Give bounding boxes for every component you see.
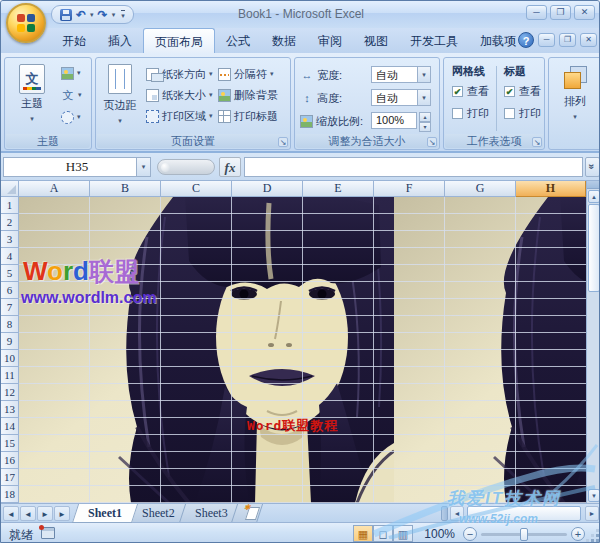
delete-background-button[interactable]: 删除背景 — [218, 86, 278, 104]
close-button[interactable]: ✕ — [574, 5, 595, 20]
horizontal-scrollbar[interactable]: ◄ ► — [441, 506, 600, 521]
expand-formula-bar-button[interactable]: » — [585, 157, 600, 177]
column-header[interactable]: B — [90, 181, 161, 197]
vertical-split-handle[interactable] — [587, 181, 600, 189]
column-header-selected[interactable]: H — [516, 181, 586, 197]
checkbox-unchecked-icon[interactable] — [452, 108, 463, 119]
scale-spinner[interactable]: ▴ ▾ — [419, 112, 431, 129]
select-all-corner[interactable] — [1, 181, 19, 197]
tab-formulas[interactable]: 公式 — [215, 28, 261, 53]
tab-developer[interactable]: 开发工具 — [399, 28, 469, 53]
row-header[interactable]: 17 — [1, 469, 19, 486]
row-header[interactable]: 3 — [1, 231, 19, 248]
row-header[interactable]: 14 — [1, 418, 19, 435]
vertical-scrollbar[interactable]: ▲ ▼ — [586, 181, 600, 503]
row-header[interactable]: 16 — [1, 452, 19, 469]
scroll-up-icon[interactable]: ▲ — [588, 190, 600, 203]
arrange-button[interactable]: 排列 ▾ — [553, 61, 597, 121]
column-header[interactable]: C — [161, 181, 232, 197]
restore-button[interactable]: ❐ — [550, 5, 571, 20]
column-header[interactable]: E — [303, 181, 374, 197]
row-header[interactable]: 11 — [1, 367, 19, 384]
zoom-slider-thumb[interactable] — [520, 528, 528, 541]
headings-print-checkbox[interactable]: 打印 — [504, 106, 541, 121]
row-header[interactable]: 7 — [1, 299, 19, 316]
page-setup-dialog-launcher-icon[interactable]: ↘ — [278, 137, 288, 147]
tab-review[interactable]: 审阅 — [307, 28, 353, 53]
zoom-level-label[interactable]: 100% — [417, 527, 455, 541]
name-box[interactable]: H35 ▾ — [3, 157, 151, 177]
tab-page-layout[interactable]: 页面布局 — [143, 28, 215, 53]
sheet-tab-sheet1[interactable]: Sheet1 — [72, 504, 138, 523]
insert-worksheet-button[interactable] — [231, 504, 263, 523]
view-page-layout-icon[interactable]: ◻ — [373, 525, 393, 542]
resize-grip[interactable] — [587, 530, 599, 542]
theme-effects-button[interactable]: ▾ — [61, 108, 81, 126]
sheet-options-dialog-launcher-icon[interactable]: ↘ — [532, 137, 542, 147]
width-combobox[interactable]: 自动▾ — [371, 66, 431, 83]
tab-data[interactable]: 数据 — [261, 28, 307, 53]
row-header[interactable]: 2 — [1, 214, 19, 231]
breaks-button[interactable]: 分隔符▾ — [218, 65, 274, 83]
column-header[interactable]: A — [19, 181, 90, 197]
theme-fonts-button[interactable]: 文▾ — [61, 86, 82, 104]
row-header[interactable]: 6 — [1, 282, 19, 299]
view-page-break-icon[interactable]: ▥ — [393, 525, 413, 542]
scale-dialog-launcher-icon[interactable]: ↘ — [427, 137, 437, 147]
print-titles-button[interactable]: 打印标题 — [218, 107, 278, 125]
margins-button[interactable]: 页边距 ▾ — [99, 61, 141, 125]
checkbox-checked-icon[interactable]: ✔ — [452, 86, 463, 97]
row-header[interactable]: 1 — [1, 197, 19, 214]
zoom-in-icon[interactable]: + — [571, 527, 585, 541]
cells-area[interactable]: Word联盟教程 Word联盟 www.wordlm.com — [19, 197, 586, 503]
row-header[interactable]: 13 — [1, 401, 19, 418]
row-header[interactable]: 12 — [1, 384, 19, 401]
name-box-dropdown-icon[interactable]: ▾ — [136, 158, 150, 176]
scale-spinbox[interactable]: 100% — [371, 112, 417, 129]
column-header[interactable]: G — [445, 181, 516, 197]
row-header[interactable]: 8 — [1, 316, 19, 333]
next-sheet-icon[interactable]: ► — [37, 506, 53, 521]
workbook-close-button[interactable]: ✕ — [580, 33, 597, 47]
row-header[interactable]: 15 — [1, 435, 19, 452]
row-header[interactable]: 4 — [1, 248, 19, 265]
scroll-down-icon[interactable]: ▼ — [588, 489, 600, 502]
minimize-button[interactable]: ─ — [526, 5, 547, 20]
zoom-out-icon[interactable]: − — [463, 527, 477, 541]
row-header[interactable]: 5 — [1, 265, 19, 282]
horizontal-scroll-thumb[interactable] — [467, 506, 581, 521]
themes-button[interactable]: 文 主题 ▾ — [10, 61, 54, 123]
column-header[interactable]: D — [232, 181, 303, 197]
last-sheet-icon[interactable]: ► — [54, 506, 70, 521]
help-icon[interactable]: ? — [518, 32, 534, 48]
scroll-left-icon[interactable]: ◄ — [450, 506, 464, 521]
macro-record-icon[interactable] — [41, 527, 55, 539]
paper-size-button[interactable]: 纸张大小▾ — [146, 86, 213, 104]
scroll-right-icon[interactable]: ► — [585, 506, 599, 521]
office-button[interactable] — [6, 3, 46, 43]
row-header[interactable]: 9 — [1, 333, 19, 350]
tab-insert[interactable]: 插入 — [97, 28, 143, 53]
height-combobox[interactable]: 自动▾ — [371, 89, 431, 106]
tab-split-handle[interactable] — [441, 506, 448, 521]
view-normal-icon[interactable]: ▦ — [353, 525, 373, 542]
column-header[interactable]: F — [374, 181, 445, 197]
row-header[interactable]: 10 — [1, 350, 19, 367]
orientation-button[interactable]: 纸张方向▾ — [146, 65, 213, 83]
theme-colors-button[interactable]: ▾ — [61, 64, 81, 82]
previous-sheet-icon[interactable]: ◄ — [20, 506, 36, 521]
gridlines-print-checkbox[interactable]: 打印 — [452, 106, 489, 121]
zoom-slider[interactable] — [481, 533, 567, 536]
row-header[interactable]: 18 — [1, 486, 19, 503]
gridlines-view-checkbox[interactable]: ✔查看 — [452, 84, 489, 99]
formula-input[interactable] — [244, 157, 583, 177]
checkbox-checked-icon[interactable]: ✔ — [504, 86, 515, 97]
tab-view[interactable]: 视图 — [353, 28, 399, 53]
height-dropdown-icon[interactable]: ▾ — [417, 90, 430, 105]
headings-view-checkbox[interactable]: ✔查看 — [504, 84, 541, 99]
workbook-restore-button[interactable]: ❐ — [559, 33, 576, 47]
width-dropdown-icon[interactable]: ▾ — [417, 67, 430, 82]
first-sheet-icon[interactable]: ◄ — [3, 506, 19, 521]
vertical-scroll-thumb[interactable] — [588, 204, 600, 292]
checkbox-unchecked-icon[interactable] — [504, 108, 515, 119]
